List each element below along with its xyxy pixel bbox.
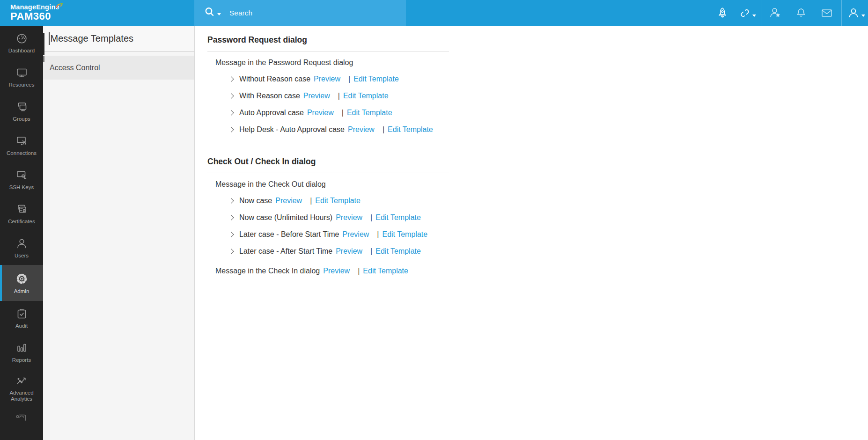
edit-template-link[interactable]: Edit Template — [343, 92, 389, 100]
preview-link[interactable]: Preview — [348, 125, 375, 134]
sidebar-item-label: Users — [15, 253, 29, 259]
expand-chevron-icon[interactable] — [228, 110, 234, 115]
sidebar-item-connections[interactable]: Connections — [0, 128, 43, 162]
sidebar-item-label: Reports — [12, 357, 31, 363]
link-separator: | — [383, 125, 384, 134]
sidebar-item-label: Certificates — [8, 219, 35, 225]
profile-icon — [846, 6, 861, 20]
expand-chevron-icon[interactable] — [228, 93, 234, 98]
chevron-down-icon — [861, 15, 865, 17]
group-intro: Message in the Password Request dialog — [215, 59, 868, 67]
sidebar-item-label: SSH Keys — [9, 184, 34, 191]
audit-icon — [15, 308, 28, 320]
brand-name: ManageEngine — [10, 4, 59, 10]
expand-chevron-icon[interactable] — [228, 232, 234, 237]
edit-template-link[interactable]: Edit Template — [375, 213, 421, 222]
users-icon — [15, 237, 28, 250]
panel-title: Message Templates — [51, 33, 134, 44]
link-separator: | — [370, 213, 372, 222]
template-section: Check Out / Check In dialogMessage in th… — [207, 157, 868, 275]
group-intro-label: Message in the Password Request dialog — [215, 59, 353, 67]
groups-icon — [15, 101, 28, 113]
sidebar-item-label: Advanced Analytics — [5, 390, 38, 402]
template-row-label: Now case (Unlimited Hours) — [239, 213, 332, 222]
preview-link[interactable]: Preview — [323, 267, 350, 275]
group-intro: Message in the Check Out dialog — [215, 180, 868, 189]
sidebar-item-certificates[interactable]: Certificates — [0, 197, 43, 231]
topbar: ManageEngine PAM360 — [0, 0, 868, 26]
sidebar-item-groups[interactable]: Groups — [0, 94, 43, 128]
sidebar-item-resources[interactable]: Resources — [0, 60, 43, 94]
search-input[interactable] — [229, 9, 384, 17]
preview-link[interactable]: Preview — [314, 75, 340, 83]
clipped-nav-icon — [15, 413, 28, 422]
message-templates-panel: Message Templates Access Control — [43, 26, 195, 440]
panel-scrollbar-segment[interactable] — [43, 56, 44, 62]
rocket-icon — [716, 7, 729, 20]
topbar-separator — [762, 0, 762, 26]
template-row-label: Later case - Before Start Time — [239, 230, 339, 239]
panel-item-access-control[interactable]: Access Control — [43, 56, 194, 80]
template-row-label: Later case - After Start Time — [239, 247, 332, 256]
template-row: Without Reason casePreview|Edit Template — [229, 71, 868, 88]
topbar-rocket-button[interactable] — [715, 0, 729, 26]
sidebar-item-audit[interactable]: Audit — [0, 301, 43, 335]
edit-template-link[interactable]: Edit Template — [315, 197, 360, 205]
sidebar-item-admin[interactable]: Admin — [0, 265, 43, 301]
template-row: Later case - After Start TimePreview|Edi… — [229, 243, 868, 260]
expand-chevron-icon[interactable] — [228, 215, 234, 220]
expand-chevron-icon[interactable] — [228, 76, 234, 81]
template-row-label: Help Desk - Auto Approval case — [239, 125, 345, 134]
edit-template-link[interactable]: Edit Template — [363, 267, 408, 275]
expand-chevron-icon[interactable] — [228, 127, 234, 132]
preview-link[interactable]: Preview — [336, 247, 362, 256]
edit-template-link[interactable]: Edit Template — [388, 125, 433, 134]
sidebar-item-label: Groups — [13, 116, 30, 122]
topbar-bell-button[interactable] — [794, 0, 808, 26]
template-section: Password Request dialogMessage in the Pa… — [207, 35, 868, 138]
topbar-user-star-button[interactable] — [768, 0, 782, 26]
preview-link[interactable]: Preview — [303, 92, 330, 100]
search-scope-dropdown[interactable] — [204, 6, 221, 20]
sidebar-item-reports[interactable]: Reports — [0, 335, 43, 369]
sidebar-item-dashboard[interactable]: Dashboard — [0, 26, 43, 60]
sidebar-item-label: Audit — [15, 323, 28, 329]
topbar-profile-button[interactable] — [849, 0, 863, 26]
template-row-label: Auto Approval case — [239, 109, 304, 117]
group-intro: Message in the Check In dialogPreview|Ed… — [215, 267, 868, 275]
sidebar-item-label: Connections — [7, 150, 37, 156]
sidebar-item-label: Dashboard — [8, 48, 35, 54]
sidebar-item-advanced-analytics[interactable]: Advanced Analytics — [0, 369, 43, 407]
edit-template-link[interactable]: Edit Template — [382, 230, 427, 239]
preview-link[interactable]: Preview — [336, 213, 362, 222]
topbar-link-button[interactable] — [740, 0, 754, 26]
group-intro-label: Message in the Check In dialog — [215, 267, 320, 275]
link-separator: | — [310, 197, 312, 205]
resources-icon — [15, 66, 28, 79]
preview-link[interactable]: Preview — [342, 230, 369, 239]
sidebar-item-partial[interactable] — [0, 413, 43, 422]
topbar-separator — [841, 0, 842, 26]
panel-scrollbar-thumb[interactable] — [43, 33, 44, 55]
sidebar-item-users[interactable]: Users — [0, 231, 43, 265]
expand-chevron-icon[interactable] — [228, 249, 234, 254]
template-row: With Reason casePreview|Edit Template — [229, 88, 868, 104]
edit-template-link[interactable]: Edit Template — [347, 109, 392, 117]
text-cursor — [49, 32, 50, 45]
edit-template-link[interactable]: Edit Template — [375, 247, 421, 256]
preview-link[interactable]: Preview — [307, 109, 334, 117]
connections-icon — [15, 135, 28, 147]
template-list-content: Password Request dialogMessage in the Pa… — [195, 26, 868, 440]
template-row: Help Desk - Auto Approval casePreview|Ed… — [229, 121, 868, 138]
topbar-mail-button[interactable] — [820, 0, 834, 26]
app-logo[interactable]: ManageEngine PAM360 — [10, 0, 63, 26]
preview-link[interactable]: Preview — [275, 197, 302, 205]
link-separator: | — [338, 92, 340, 100]
link-icon — [738, 7, 751, 20]
expand-chevron-icon[interactable] — [228, 198, 234, 203]
template-row: Auto Approval casePreview|Edit Template — [229, 104, 868, 121]
chevron-down-icon — [217, 13, 221, 15]
sidebar-item-ssh-keys[interactable]: SSH Keys — [0, 162, 43, 197]
edit-template-link[interactable]: Edit Template — [353, 75, 399, 83]
template-row: Now casePreview|Edit Template — [229, 192, 868, 209]
